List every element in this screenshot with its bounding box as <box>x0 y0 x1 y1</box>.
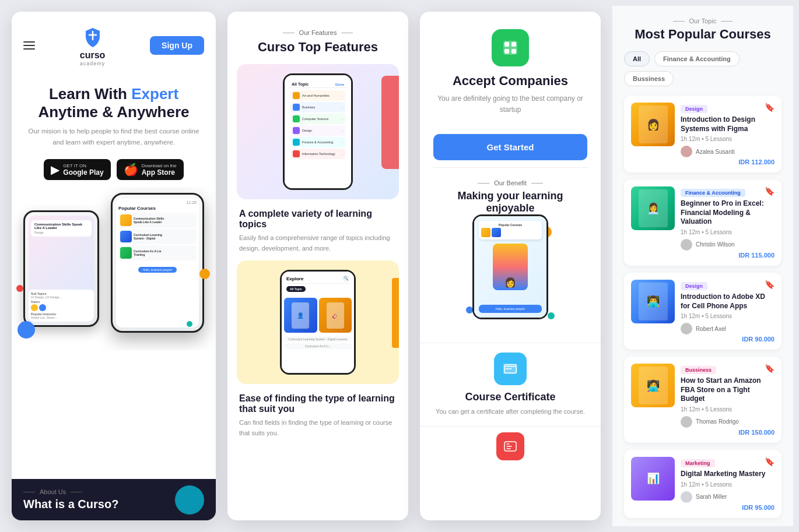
feature-text-1: A complete variety of learning topics Ea… <box>227 199 408 260</box>
course-info-5: Marketing Digital Marketing Mastery 1h 1… <box>681 457 775 511</box>
feature-text-2: Ease of finding the type of learning tha… <box>227 384 408 445</box>
course-badge-5: Marketing <box>681 459 715 467</box>
accept-description: You are definitely going to the best com… <box>434 93 587 115</box>
instructor-name-1: Azalea Susanti <box>696 149 735 155</box>
benefit-title: Making your learning enjoyable <box>434 190 587 214</box>
filter-tab-all[interactable]: All <box>624 51 650 66</box>
phone-small: Communication Skills Speak Like A Leader… <box>23 210 99 327</box>
bookmark-icon-3[interactable]: 🔖 <box>765 280 775 289</box>
course-price-1: IDR 112.000 <box>681 158 775 165</box>
get-it-label: GET IT ON <box>63 163 103 168</box>
bookmark-icon-1[interactable]: 🔖 <box>765 103 775 112</box>
course-title-1: Introduction to Design Systems with Figm… <box>681 115 775 133</box>
course-info-2: Finance & Accounting Beginner to Pro in … <box>681 186 775 259</box>
course-thumb-4: 👩‍💻 <box>631 364 675 407</box>
course-card-5: 📊 Marketing Digital Marketing Mastery 1h… <box>624 450 782 518</box>
about-us-bar: About Us What is a Curso? <box>12 479 216 520</box>
logo: curso academy <box>80 21 106 70</box>
phone-large: 11:20 Popular Courses Communication Skil… <box>111 193 204 333</box>
course-instructor-2: Christin Wilson <box>681 239 775 251</box>
course-title-5: Digital Marketing Mastery <box>681 470 775 479</box>
get-started-button[interactable]: Get Started <box>433 134 587 160</box>
google-play-label: Google Play <box>63 168 103 177</box>
course-instructor-1: Azalea Susanti <box>681 146 775 157</box>
svg-rect-2 <box>504 42 509 47</box>
instructor-name-5: Sarah Miller <box>696 494 727 500</box>
explore-card-2: 🎸 <box>319 298 352 333</box>
explore-grid: 👤 🎸 <box>282 295 354 335</box>
instructor-avatar-2 <box>681 239 692 251</box>
course-badge-2: Finance & Accounting <box>681 189 745 197</box>
phone-small-screen: Communication Skills Speak Like A Leader… <box>25 212 97 325</box>
accept-icon <box>492 29 529 66</box>
instructor-avatar-1 <box>681 146 692 157</box>
decorative-dot-blue <box>17 321 35 339</box>
store-buttons: ▶ GET IT ON Google Play 🍎 Download on th… <box>12 152 216 187</box>
filter-tab-finance[interactable]: Finance & Accounting <box>654 51 740 66</box>
benefit-section: Our Benefit Making your learning enjoyab… <box>420 168 601 343</box>
svg-rect-3 <box>511 42 516 47</box>
nav-bar: curso academy Sign Up <box>12 12 216 79</box>
bookmark-icon-4[interactable]: 🔖 <box>765 364 775 373</box>
course-title-3: Introduction to Adobe XD for Cell Phone … <box>681 293 775 311</box>
topic-list: Art and Humanities › Business › Computer… <box>288 88 348 163</box>
app-store-button[interactable]: 🍎 Download on the App Store <box>117 159 184 180</box>
accept-title: Accept Companies <box>434 73 587 89</box>
decorative-dot-cyan <box>175 485 204 515</box>
course-meta-5: 1h 12m • 5 Lessons <box>681 481 775 488</box>
course-info-1: Design Introduction to Design Systems wi… <box>681 103 775 165</box>
course-card-3: 👨‍💻 Design Introduction to Adobe XD for … <box>624 273 782 350</box>
course-price-4: IDR 150.000 <box>681 429 775 436</box>
features-header: Our Features Curso Top Features <box>227 12 408 64</box>
hero-text: Learn With Expert Anytime & Anywhere Our… <box>12 79 216 152</box>
filter-tabs: All Finance & Accounting Bussiness <box>624 51 782 86</box>
hero-highlight: Expert <box>131 85 178 103</box>
hero-line1: Learn With <box>49 85 131 103</box>
course-instructor-3: Robert Axel <box>681 323 775 334</box>
filter-tab-business[interactable]: Bussiness <box>624 71 674 86</box>
course-meta-3: 1h 12m • 5 Lessons <box>681 313 775 319</box>
benefit-label: Our Benefit <box>434 179 587 186</box>
panel-hero: curso academy Sign Up Learn With Expert … <box>12 12 216 520</box>
decorative-dot-red <box>16 285 23 292</box>
explore-card-1: 👤 <box>284 298 317 333</box>
course-title-2: Beginner to Pro in Excel: Financial Mode… <box>681 199 775 227</box>
benefit-phone-area: 👩 Popular Courses Hello, brainiest peopl… <box>434 214 587 331</box>
signup-button[interactable]: Sign Up <box>150 36 204 55</box>
yellow-accent-bar <box>392 278 399 348</box>
hero-description: Our mision is to help people to find the… <box>26 126 202 147</box>
courses-title: Most Popular Courses <box>624 27 782 42</box>
explore-screen: Explore 🔍 All Topic 👤 <box>282 272 354 373</box>
google-play-icon: ▶ <box>51 163 59 177</box>
course-price-2: IDR 115.000 <box>681 252 775 259</box>
phone-large-screen: 11:20 Popular Courses Communication Skil… <box>113 195 202 331</box>
instructor-avatar-4 <box>681 416 692 428</box>
apple-icon: 🍎 <box>124 163 138 177</box>
course-card-4: 👩‍💻 Bussiness How to Start an Amazon FBA… <box>624 357 782 443</box>
explore-header: Explore 🔍 All Topic <box>282 272 354 295</box>
marketing-icon <box>496 432 524 460</box>
bookmark-icon-5[interactable]: 🔖 <box>765 457 775 466</box>
course-title-4: How to Start an Amazon FBA Store on a Ti… <box>681 376 775 404</box>
logo-subtitle: academy <box>80 61 106 66</box>
certificate-block: Course Certificate You can get a certifi… <box>420 343 601 426</box>
svg-rect-5 <box>511 49 516 54</box>
certificate-title: Course Certificate <box>434 391 587 403</box>
feature-red-accent <box>381 76 399 169</box>
decorative-dot-orange <box>199 269 210 279</box>
courses-list: 👩 Design Introduction to Design Systems … <box>624 96 782 518</box>
download-on-label: Download on the <box>142 163 177 168</box>
course-thumb-5: 📊 <box>631 457 675 501</box>
features-section-label: Our Features <box>241 29 394 36</box>
course-card-2: 👩‍💼 Finance & Accounting Beginner to Pro… <box>624 179 782 266</box>
feature-desc-2: Can find fields in finding the type of l… <box>239 418 397 438</box>
hamburger-icon[interactable] <box>23 41 35 50</box>
bookmark-icon-2[interactable]: 🔖 <box>765 186 775 196</box>
feature-phone-mockup: All Topic Done Art and Humanities › Busi… <box>283 73 353 190</box>
feature-title-2: Ease of finding the type of learning tha… <box>239 393 397 414</box>
instructor-avatar-5 <box>681 491 692 503</box>
instructor-name-2: Christin Wilson <box>696 241 735 248</box>
app-store-label: App Store <box>142 168 177 177</box>
course-price-3: IDR 90.000 <box>681 336 775 343</box>
google-play-button[interactable]: ▶ GET IT ON Google Play <box>44 159 110 180</box>
